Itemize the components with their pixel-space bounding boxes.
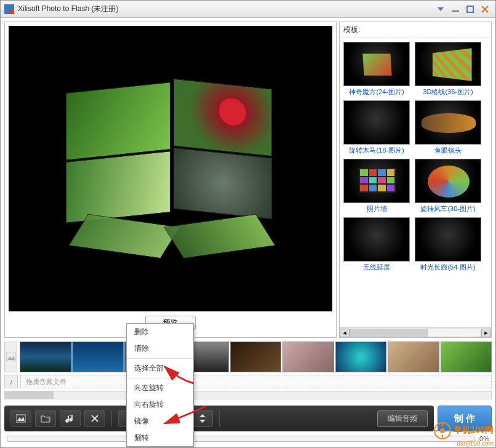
thumbnail-list	[20, 342, 492, 372]
ctx-delete[interactable]: 删除	[127, 324, 193, 340]
scroll-left-button[interactable]: ◄	[340, 329, 350, 337]
template-item[interactable]: 时光长廊(54-图片)	[415, 217, 481, 272]
ctx-select-all[interactable]: 选择全部	[127, 360, 193, 377]
templates-hscroll[interactable]: ◄ ►	[340, 327, 491, 337]
app-window: Xilisoft Photo to Flash (未注册) 预览	[0, 0, 496, 448]
window-title: Xilisoft Photo to Flash (未注册)	[18, 4, 118, 14]
context-menu: 删除 清除 选择全部 向左旋转 向右旋转 镜像 翻转	[126, 323, 194, 447]
titlebar: Xilisoft Photo to Flash (未注册)	[1, 1, 495, 18]
bottom-toolbar-row: + 编辑音频 制 作	[1, 403, 495, 431]
templates-header: 模板:	[340, 22, 491, 38]
timeline-area: ♪ 拖拽音频文件	[1, 338, 495, 403]
template-item[interactable]: 鱼眼镜头	[415, 100, 481, 155]
scroll-right-button[interactable]: ►	[481, 329, 491, 337]
templates-panel: 模板: 神奇魔方(24-图片) 3D格线(36-图片) 旋转木马(18-	[339, 22, 492, 338]
thumbnail-item[interactable]	[282, 342, 334, 372]
toolbar: + 编辑音频	[4, 406, 434, 431]
thumbnail-item[interactable]	[388, 342, 439, 372]
template-item[interactable]: 神奇魔方(24-图片)	[343, 42, 410, 97]
thumbnail-item[interactable]	[335, 342, 386, 372]
thumbnail-item[interactable]	[73, 342, 124, 372]
minimize-button[interactable]	[449, 4, 462, 15]
scroll-track[interactable]	[350, 329, 481, 337]
maximize-button[interactable]	[463, 4, 477, 15]
ctx-mirror[interactable]: 镜像	[127, 413, 193, 430]
remove-button[interactable]	[84, 410, 105, 427]
template-item[interactable]: 3D格线(36-图片)	[415, 42, 481, 97]
close-button[interactable]	[478, 4, 492, 15]
preview-cube	[60, 87, 281, 235]
dropdown-button[interactable]	[434, 4, 447, 15]
svg-rect-4	[467, 6, 473, 12]
template-item[interactable]: 旋转木马(18-图片)	[343, 100, 410, 155]
svg-rect-9	[16, 415, 26, 422]
templates-list[interactable]: 神奇魔方(24-图片) 3D格线(36-图片) 旋转木马(18-图片) 鱼眼镜头	[340, 38, 491, 327]
svg-rect-3	[452, 10, 459, 12]
flip-vertical-button[interactable]	[192, 410, 213, 427]
svg-marker-2	[438, 7, 444, 11]
timeline-hscroll[interactable]	[4, 391, 492, 399]
ctx-clear[interactable]: 清除	[127, 340, 193, 357]
image-strip	[4, 342, 492, 372]
template-item[interactable]: 无线延展	[343, 217, 410, 272]
app-icon	[4, 4, 14, 14]
thumbnail-item[interactable]	[441, 342, 492, 372]
main-area: 预览 模板: 神奇魔方(24-图片) 3D格线(36-图片)	[1, 18, 495, 338]
svg-text:+: +	[47, 417, 50, 423]
svg-marker-16	[199, 414, 206, 417]
progress-bar	[7, 436, 474, 442]
progress-row: 0%	[1, 431, 495, 447]
svg-rect-1	[9, 9, 14, 14]
template-item[interactable]: 照片墙	[343, 159, 410, 214]
audio-drop-zone[interactable]: 拖拽音频文件	[20, 375, 492, 388]
audio-strip-icon: ♪	[4, 375, 18, 388]
add-image-button[interactable]	[10, 410, 31, 427]
svg-marker-10	[17, 417, 25, 421]
ctx-flip[interactable]: 翻转	[127, 430, 193, 446]
preview-panel: 预览	[4, 22, 337, 338]
preview-stage	[9, 26, 332, 311]
edit-audio-button[interactable]: 编辑音频	[377, 410, 428, 427]
template-item[interactable]: 旋转风车(30-图片)	[415, 159, 481, 214]
thumbnail-item[interactable]	[230, 342, 281, 372]
thumbnail-item[interactable]	[20, 342, 71, 372]
add-folder-button[interactable]: +	[35, 410, 56, 427]
add-audio-button[interactable]	[60, 410, 81, 427]
make-button[interactable]: 制 作	[438, 406, 492, 431]
audio-strip: ♪ 拖拽音频文件	[4, 375, 492, 388]
progress-percent: 0%	[479, 435, 489, 442]
svg-marker-8	[7, 356, 15, 360]
image-strip-icon	[4, 342, 17, 372]
ctx-rotate-right[interactable]: 向右旋转	[127, 396, 193, 413]
svg-marker-17	[199, 420, 206, 423]
ctx-rotate-left[interactable]: 向左旋转	[127, 380, 193, 396]
